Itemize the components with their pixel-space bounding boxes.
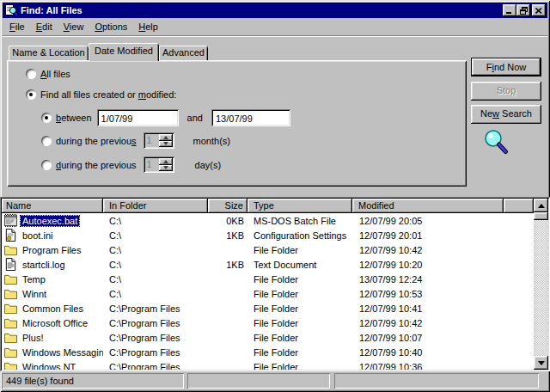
file-icon — [4, 229, 17, 242]
cell-in-folder: C:\Program Files — [103, 347, 208, 358]
cell-modified: 12/07/99 20:05 — [352, 216, 504, 226]
file-name: Autoexec.bat — [21, 216, 79, 226]
file-name: startcli.log — [21, 260, 67, 270]
months-spinner-value: 1 — [144, 132, 159, 149]
table-row[interactable]: Windows Messaging C:\Program Files File … — [2, 345, 534, 359]
scroll-down-button[interactable] — [534, 356, 548, 370]
table-row[interactable]: Temp C:\ File Folder 13/07/99 12:24 — [2, 272, 534, 286]
days-spinner-down-button[interactable] — [159, 165, 173, 172]
tab-advanced[interactable]: Advanced — [159, 46, 208, 60]
folder-icon — [4, 288, 17, 300]
column-header-filler — [504, 199, 534, 213]
previous-days-label: during the previous — [56, 160, 137, 170]
file-name: Windows NT — [21, 362, 77, 371]
between-radio[interactable] — [41, 113, 52, 123]
all-files-label: All files — [40, 69, 70, 79]
stop-button[interactable]: Stop — [471, 82, 541, 101]
folder-icon — [4, 303, 17, 315]
cell-type: File Folder — [248, 318, 352, 328]
results-rows: Autoexec.bat C:\ 0KB MS-DOS Batch File 1… — [2, 213, 534, 370]
date-to-input[interactable] — [211, 109, 290, 126]
table-row[interactable]: startcli.log C:\ 1KB Text Document 12/07… — [2, 257, 534, 272]
cell-type: File Folder — [248, 333, 352, 343]
minimize-icon — [506, 8, 513, 14]
results-list: Name In Folder Size Type Modified Autoex… — [0, 197, 550, 371]
menu-view[interactable]: View — [58, 20, 89, 34]
folder-icon — [4, 346, 17, 358]
tab-date-modified[interactable]: Date Modified — [89, 43, 159, 61]
vertical-scrollbar[interactable] — [534, 199, 548, 370]
table-row[interactable]: boot.ini C:\ 1KB Configuration Settings … — [2, 228, 534, 242]
cell-type: File Folder — [248, 289, 352, 299]
menu-options[interactable]: Options — [89, 20, 132, 34]
close-icon — [535, 8, 542, 14]
column-header-name[interactable]: Name — [2, 199, 103, 213]
table-row[interactable]: Program Files C:\ File Folder 12/07/99 1… — [2, 242, 534, 257]
new-search-button[interactable]: New Search — [471, 105, 541, 124]
table-row[interactable]: Plus! C:\Program Files File Folder 12/07… — [2, 330, 534, 345]
cell-type: File Folder — [248, 245, 352, 255]
all-files-radio[interactable] — [26, 69, 36, 79]
created-modified-label: Find all files created or modified: — [40, 89, 176, 100]
cell-size: 1KB — [208, 260, 248, 270]
months-spinner-up-button[interactable] — [159, 134, 173, 141]
cell-type: File Folder — [248, 303, 352, 314]
file-icon — [4, 243, 17, 256]
months-unit-label: month(s) — [193, 136, 230, 146]
file-icon — [4, 214, 17, 227]
status-files-found: 449 file(s) found — [2, 373, 184, 389]
file-icon — [4, 287, 17, 300]
previous-months-radio[interactable] — [41, 136, 52, 146]
restore-button[interactable] — [516, 4, 530, 16]
column-header-type[interactable]: Type — [248, 199, 352, 213]
minimize-button[interactable] — [503, 4, 516, 16]
file-icon — [4, 258, 17, 271]
table-row[interactable]: Microsoft Office C:\Program Files File F… — [2, 315, 534, 330]
scroll-up-button[interactable] — [534, 199, 548, 212]
magnifier-icon — [481, 128, 512, 161]
cell-modified: 12/07/99 10:20 — [352, 260, 504, 270]
table-row[interactable]: Autoexec.bat C:\ 0KB MS-DOS Batch File 1… — [2, 213, 534, 228]
title-bar[interactable]: Find: All Files — [3, 3, 547, 18]
menu-file[interactable]: File — [4, 20, 30, 34]
folder-icon — [4, 332, 17, 344]
cell-type: Configuration Settings — [248, 230, 352, 241]
menu-divider — [3, 35, 547, 37]
previous-days-radio[interactable] — [41, 160, 52, 170]
file-icon — [4, 360, 17, 370]
table-row[interactable]: Windows NT C:\Program Files File Folder … — [2, 359, 534, 370]
text-file-icon — [4, 258, 17, 271]
cell-name: boot.ini — [2, 229, 103, 242]
cell-type: File Folder — [248, 274, 352, 285]
file-name: Plus! — [21, 333, 45, 343]
menu-edit[interactable]: Edit — [31, 20, 58, 34]
column-header-in-folder[interactable]: In Folder — [103, 199, 208, 213]
cell-modified: 12/07/99 10:42 — [352, 245, 504, 255]
batch-file-icon — [4, 215, 17, 227]
table-row[interactable]: Winnt C:\ File Folder 12/07/99 10:53 — [2, 286, 534, 301]
cell-type: MS-DOS Batch File — [248, 216, 352, 226]
scrollbar-thumb[interactable] — [534, 212, 548, 220]
close-button[interactable] — [532, 4, 546, 16]
cell-name: Temp — [2, 273, 103, 285]
cell-name: Windows Messaging — [2, 346, 103, 358]
created-modified-radio[interactable] — [26, 89, 36, 100]
cell-name: Program Files — [2, 243, 103, 256]
cell-in-folder: C:\ — [103, 245, 208, 255]
tab-name-location[interactable]: Name & Location — [9, 46, 89, 60]
column-header-size[interactable]: Size — [208, 199, 248, 213]
date-from-input[interactable] — [97, 109, 179, 126]
cell-modified: 12/07/99 20:01 — [352, 230, 504, 241]
months-spinner-down-button[interactable] — [159, 141, 173, 148]
cell-type: File Folder — [248, 347, 352, 358]
cell-in-folder: C:\ — [103, 230, 208, 241]
column-header-modified[interactable]: Modified — [352, 199, 504, 213]
cell-in-folder: C:\ — [103, 216, 208, 226]
menu-help[interactable]: Help — [133, 20, 163, 34]
status-panel-2 — [187, 373, 330, 389]
file-icon — [4, 302, 17, 315]
days-spinner-up-button[interactable] — [159, 158, 173, 165]
find-now-button[interactable]: Find Now — [471, 58, 541, 77]
file-icon — [4, 331, 17, 344]
table-row[interactable]: Common Files C:\Program Files File Folde… — [2, 301, 534, 315]
